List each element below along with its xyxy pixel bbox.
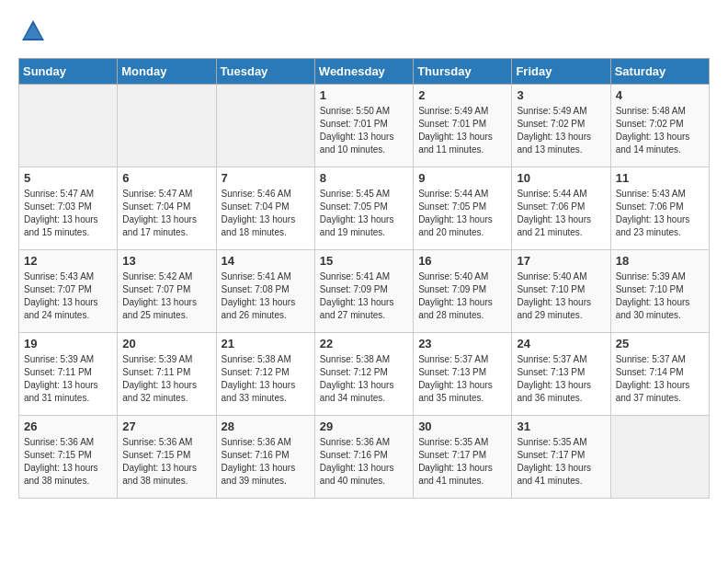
day-info: Sunrise: 5:39 AM Sunset: 7:11 PM Dayligh…	[122, 353, 210, 405]
calendar-cell: 20Sunrise: 5:39 AM Sunset: 7:11 PM Dayli…	[118, 333, 216, 416]
day-number: 1	[320, 88, 408, 102]
day-number: 31	[517, 419, 605, 433]
calendar-cell	[610, 416, 709, 499]
calendar-cell: 19Sunrise: 5:39 AM Sunset: 7:11 PM Dayli…	[19, 333, 118, 416]
calendar-cell: 24Sunrise: 5:37 AM Sunset: 7:13 PM Dayli…	[512, 333, 610, 416]
calendar-cell: 13Sunrise: 5:42 AM Sunset: 7:07 PM Dayli…	[118, 250, 216, 333]
day-number: 25	[616, 337, 704, 350]
day-info: Sunrise: 5:37 AM Sunset: 7:13 PM Dayligh…	[517, 353, 605, 405]
day-number: 10	[517, 171, 605, 185]
day-number: 21	[222, 337, 310, 350]
logo	[18, 18, 46, 49]
day-number: 20	[122, 337, 210, 350]
day-info: Sunrise: 5:48 AM Sunset: 7:02 PM Dayligh…	[616, 105, 704, 156]
day-number: 18	[616, 254, 704, 268]
weekday-header-saturday: Saturday	[610, 59, 709, 85]
calendar-header-row: SundayMondayTuesdayWednesdayThursdayFrid…	[19, 59, 710, 85]
day-number: 7	[222, 171, 310, 185]
day-number: 15	[320, 254, 408, 268]
day-number: 3	[517, 88, 605, 102]
day-number: 9	[418, 171, 506, 185]
day-info: Sunrise: 5:49 AM Sunset: 7:02 PM Dayligh…	[517, 105, 605, 156]
day-info: Sunrise: 5:36 AM Sunset: 7:15 PM Dayligh…	[24, 436, 112, 488]
day-info: Sunrise: 5:41 AM Sunset: 7:09 PM Dayligh…	[320, 270, 408, 322]
day-number: 16	[418, 254, 506, 268]
page-header	[18, 18, 710, 49]
day-number: 26	[24, 419, 112, 433]
day-info: Sunrise: 5:37 AM Sunset: 7:13 PM Dayligh…	[418, 353, 506, 405]
day-number: 14	[222, 254, 310, 268]
day-number: 22	[320, 337, 408, 350]
day-info: Sunrise: 5:38 AM Sunset: 7:12 PM Dayligh…	[222, 353, 310, 405]
calendar-week-row: 12Sunrise: 5:43 AM Sunset: 7:07 PM Dayli…	[19, 250, 710, 333]
day-info: Sunrise: 5:41 AM Sunset: 7:08 PM Dayligh…	[222, 270, 310, 322]
day-info: Sunrise: 5:44 AM Sunset: 7:05 PM Dayligh…	[418, 188, 506, 239]
calendar-cell: 7Sunrise: 5:46 AM Sunset: 7:04 PM Daylig…	[216, 167, 314, 250]
day-number: 29	[320, 419, 408, 433]
day-info: Sunrise: 5:35 AM Sunset: 7:17 PM Dayligh…	[418, 436, 506, 488]
day-number: 2	[418, 88, 506, 102]
day-info: Sunrise: 5:50 AM Sunset: 7:01 PM Dayligh…	[320, 105, 408, 156]
day-info: Sunrise: 5:40 AM Sunset: 7:09 PM Dayligh…	[418, 270, 506, 322]
day-number: 27	[122, 419, 210, 433]
calendar-cell: 17Sunrise: 5:40 AM Sunset: 7:10 PM Dayli…	[512, 250, 610, 333]
weekday-header-tuesday: Tuesday	[216, 59, 314, 85]
day-number: 13	[122, 254, 210, 268]
calendar-week-row: 26Sunrise: 5:36 AM Sunset: 7:15 PM Dayli…	[19, 416, 710, 499]
day-number: 23	[418, 337, 506, 350]
calendar-cell: 23Sunrise: 5:37 AM Sunset: 7:13 PM Dayli…	[414, 333, 512, 416]
day-number: 5	[24, 171, 112, 185]
calendar-cell: 22Sunrise: 5:38 AM Sunset: 7:12 PM Dayli…	[314, 333, 413, 416]
calendar-cell	[216, 85, 314, 167]
day-info: Sunrise: 5:36 AM Sunset: 7:16 PM Dayligh…	[320, 436, 408, 488]
calendar-cell: 9Sunrise: 5:44 AM Sunset: 7:05 PM Daylig…	[414, 167, 512, 250]
day-info: Sunrise: 5:35 AM Sunset: 7:17 PM Dayligh…	[517, 436, 605, 488]
calendar-cell: 25Sunrise: 5:37 AM Sunset: 7:14 PM Dayli…	[610, 333, 709, 416]
calendar-week-row: 5Sunrise: 5:47 AM Sunset: 7:03 PM Daylig…	[19, 167, 710, 250]
calendar-cell: 10Sunrise: 5:44 AM Sunset: 7:06 PM Dayli…	[512, 167, 610, 250]
calendar-week-row: 19Sunrise: 5:39 AM Sunset: 7:11 PM Dayli…	[19, 333, 710, 416]
weekday-header-friday: Friday	[512, 59, 610, 85]
calendar-cell: 3Sunrise: 5:49 AM Sunset: 7:02 PM Daylig…	[512, 85, 610, 167]
day-number: 28	[222, 419, 310, 433]
day-info: Sunrise: 5:36 AM Sunset: 7:15 PM Dayligh…	[122, 436, 210, 488]
day-number: 6	[122, 171, 210, 185]
weekday-header-monday: Monday	[118, 59, 216, 85]
calendar-cell: 30Sunrise: 5:35 AM Sunset: 7:17 PM Dayli…	[414, 416, 512, 499]
day-info: Sunrise: 5:47 AM Sunset: 7:04 PM Dayligh…	[122, 188, 210, 239]
day-info: Sunrise: 5:46 AM Sunset: 7:04 PM Dayligh…	[222, 188, 310, 239]
weekday-header-wednesday: Wednesday	[314, 59, 413, 85]
day-info: Sunrise: 5:44 AM Sunset: 7:06 PM Dayligh…	[517, 188, 605, 239]
day-number: 17	[517, 254, 605, 268]
day-number: 19	[24, 337, 112, 350]
day-info: Sunrise: 5:38 AM Sunset: 7:12 PM Dayligh…	[320, 353, 408, 405]
svg-marker-1	[24, 24, 42, 39]
calendar-cell: 15Sunrise: 5:41 AM Sunset: 7:09 PM Dayli…	[314, 250, 413, 333]
day-info: Sunrise: 5:43 AM Sunset: 7:07 PM Dayligh…	[24, 270, 112, 322]
day-info: Sunrise: 5:39 AM Sunset: 7:10 PM Dayligh…	[616, 270, 704, 322]
calendar-cell: 8Sunrise: 5:45 AM Sunset: 7:05 PM Daylig…	[314, 167, 413, 250]
calendar-cell: 21Sunrise: 5:38 AM Sunset: 7:12 PM Dayli…	[216, 333, 314, 416]
calendar-cell: 11Sunrise: 5:43 AM Sunset: 7:06 PM Dayli…	[610, 167, 709, 250]
calendar-cell: 1Sunrise: 5:50 AM Sunset: 7:01 PM Daylig…	[314, 85, 413, 167]
day-info: Sunrise: 5:40 AM Sunset: 7:10 PM Dayligh…	[517, 270, 605, 322]
calendar-week-row: 1Sunrise: 5:50 AM Sunset: 7:01 PM Daylig…	[19, 85, 710, 167]
logo-text	[18, 18, 46, 49]
day-number: 12	[24, 254, 112, 268]
calendar-cell: 31Sunrise: 5:35 AM Sunset: 7:17 PM Dayli…	[512, 416, 610, 499]
day-number: 30	[418, 419, 506, 433]
calendar-cell: 28Sunrise: 5:36 AM Sunset: 7:16 PM Dayli…	[216, 416, 314, 499]
day-info: Sunrise: 5:49 AM Sunset: 7:01 PM Dayligh…	[418, 105, 506, 156]
day-info: Sunrise: 5:45 AM Sunset: 7:05 PM Dayligh…	[320, 188, 408, 239]
calendar-body: 1Sunrise: 5:50 AM Sunset: 7:01 PM Daylig…	[19, 85, 710, 499]
calendar-cell: 27Sunrise: 5:36 AM Sunset: 7:15 PM Dayli…	[118, 416, 216, 499]
calendar-cell	[19, 85, 118, 167]
day-number: 24	[517, 337, 605, 350]
logo-icon	[20, 18, 46, 44]
calendar-cell: 29Sunrise: 5:36 AM Sunset: 7:16 PM Dayli…	[314, 416, 413, 499]
day-number: 4	[616, 88, 704, 102]
day-number: 11	[616, 171, 704, 185]
calendar-cell	[118, 85, 216, 167]
calendar-cell: 6Sunrise: 5:47 AM Sunset: 7:04 PM Daylig…	[118, 167, 216, 250]
day-info: Sunrise: 5:36 AM Sunset: 7:16 PM Dayligh…	[222, 436, 310, 488]
